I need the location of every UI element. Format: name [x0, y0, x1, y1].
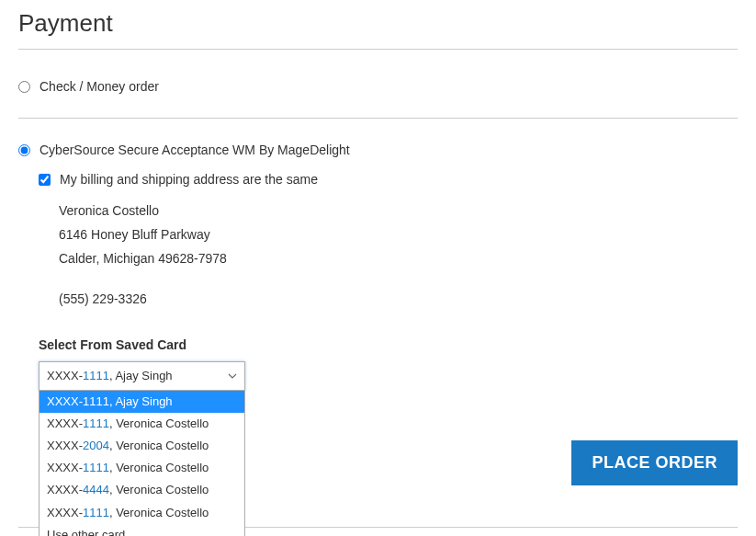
cybersource-body: My billing and shipping address are the …	[18, 172, 738, 391]
saved-card-selected-masked: XXXX-	[47, 369, 83, 382]
title-separator	[18, 49, 738, 50]
payment-method-check-row[interactable]: Check / Money order	[18, 79, 738, 94]
saved-card-option-holder: Use other card	[47, 528, 125, 536]
saved-card-option-digits: 4444	[83, 483, 109, 496]
actions-bar: PLACE ORDER	[571, 440, 738, 485]
saved-card-option-digits: 1111	[83, 461, 109, 474]
billing-street: 6146 Honey Bluff Parkway	[59, 223, 738, 247]
saved-card-option-digits: 1111	[83, 394, 109, 408]
payment-method-check-label: Check / Money order	[39, 79, 159, 94]
saved-card-select[interactable]: XXXX-1111, Ajay Singh	[39, 361, 245, 391]
saved-card-option-holder: , Veronica Costello	[109, 416, 209, 430]
saved-card-dropdown: XXXX-1111, Ajay SinghXXXX-1111, Veronica…	[39, 391, 245, 536]
saved-card-selected-text: XXXX-1111, Ajay Singh	[47, 369, 173, 382]
saved-card-option-masked: XXXX-	[47, 483, 83, 496]
saved-card-option-digits: 1111	[83, 506, 109, 519]
saved-card-option[interactable]: XXXX-1111, Ajay Singh	[39, 391, 244, 413]
chevron-down-icon	[228, 371, 237, 381]
saved-card-option-masked: XXXX-	[47, 461, 83, 474]
billing-city-region-postal: Calder, Michigan 49628-7978	[59, 247, 738, 271]
method-separator	[18, 118, 738, 119]
saved-card-selected-digits: 1111	[83, 369, 109, 382]
saved-card-option-digits: 1111	[83, 416, 109, 430]
billing-phone: (555) 229-3326	[59, 288, 738, 312]
saved-card-option-holder: , Veronica Costello	[109, 483, 209, 496]
saved-card-option-digits: 2004	[83, 439, 109, 452]
saved-card-selected-holder: , Ajay Singh	[109, 369, 173, 382]
place-order-button[interactable]: PLACE ORDER	[571, 440, 738, 485]
saved-card-option-masked: XXXX-	[47, 439, 83, 452]
saved-card-option[interactable]: XXXX-1111, Veronica Costello	[39, 502, 244, 524]
page-title: Payment	[18, 9, 738, 38]
saved-card-option-holder: , Veronica Costello	[109, 461, 209, 474]
same-address-label: My billing and shipping address are the …	[60, 172, 318, 187]
saved-card-option-holder: , Veronica Costello	[109, 439, 209, 452]
saved-card-option[interactable]: XXXX-2004, Veronica Costello	[39, 435, 244, 457]
saved-card-select-wrap: XXXX-1111, Ajay Singh XXXX-1111, Ajay Si…	[39, 361, 245, 391]
saved-card-option-masked: XXXX-	[47, 506, 83, 519]
billing-address: Veronica Costello 6146 Honey Bluff Parkw…	[39, 200, 738, 312]
saved-card-option[interactable]: XXXX-1111, Veronica Costello	[39, 457, 244, 479]
payment-method-check: Check / Money order	[18, 72, 738, 101]
payment-method-cybersource-radio[interactable]	[18, 144, 30, 156]
payment-method-cybersource-row[interactable]: CyberSource Secure Acceptance WM By Mage…	[18, 143, 738, 157]
saved-card-label: Select From Saved Card	[39, 337, 738, 352]
billing-name: Veronica Costello	[59, 200, 738, 223]
saved-card-option[interactable]: XXXX-4444, Veronica Costello	[39, 479, 244, 501]
same-address-checkbox[interactable]	[39, 174, 51, 186]
payment-method-check-radio[interactable]	[18, 81, 30, 93]
saved-card-option-masked: XXXX-	[47, 394, 83, 408]
saved-card-option-holder: , Ajay Singh	[109, 394, 173, 408]
saved-card-option[interactable]: XXXX-1111, Veronica Costello	[39, 413, 244, 435]
payment-method-cybersource-label: CyberSource Secure Acceptance WM By Mage…	[39, 143, 350, 157]
saved-card-option-holder: , Veronica Costello	[109, 506, 209, 519]
same-address-row[interactable]: My billing and shipping address are the …	[39, 172, 738, 187]
saved-card-option-masked: XXXX-	[47, 416, 83, 430]
payment-method-cybersource: CyberSource Secure Acceptance WM By Mage…	[18, 135, 738, 398]
saved-card-option[interactable]: Use other card	[39, 524, 244, 536]
